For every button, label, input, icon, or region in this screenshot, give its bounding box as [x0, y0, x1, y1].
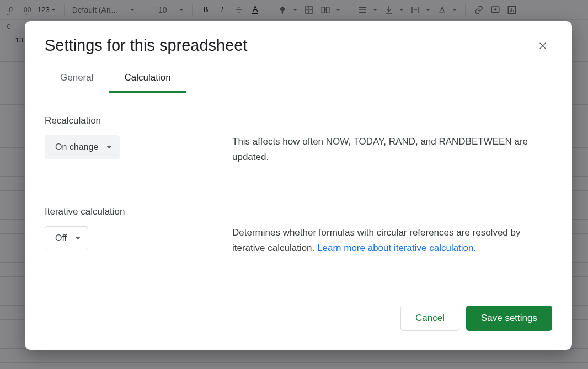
settings-dialog: Settings for this spreadsheet General Ca…: [25, 21, 572, 350]
recalculation-value: On change: [55, 142, 98, 152]
tab-general[interactable]: General: [45, 66, 109, 93]
save-settings-button[interactable]: Save settings: [466, 306, 552, 331]
close-icon: [538, 41, 548, 51]
iterative-learn-more-link[interactable]: Learn more about iterative calculation.: [317, 243, 476, 253]
chevron-down-icon: [74, 235, 81, 242]
chevron-down-icon: [106, 144, 113, 151]
tab-bar: General Calculation: [25, 59, 572, 93]
iterative-description: Determines whether formulas with circula…: [232, 206, 552, 256]
iterative-dropdown[interactable]: Off: [45, 226, 88, 250]
iterative-label: Iterative calculation: [45, 206, 199, 217]
recalculation-dropdown[interactable]: On change: [45, 135, 120, 159]
close-button[interactable]: [534, 37, 552, 55]
recalculation-label: Recalculation: [45, 115, 199, 126]
tab-calculation[interactable]: Calculation: [109, 66, 186, 93]
iterative-value: Off: [55, 233, 67, 243]
cancel-button[interactable]: Cancel: [400, 306, 459, 331]
dialog-title: Settings for this spreadsheet: [45, 36, 248, 55]
recalculation-description: This affects how often NOW, TODAY, RAND,…: [232, 115, 552, 165]
